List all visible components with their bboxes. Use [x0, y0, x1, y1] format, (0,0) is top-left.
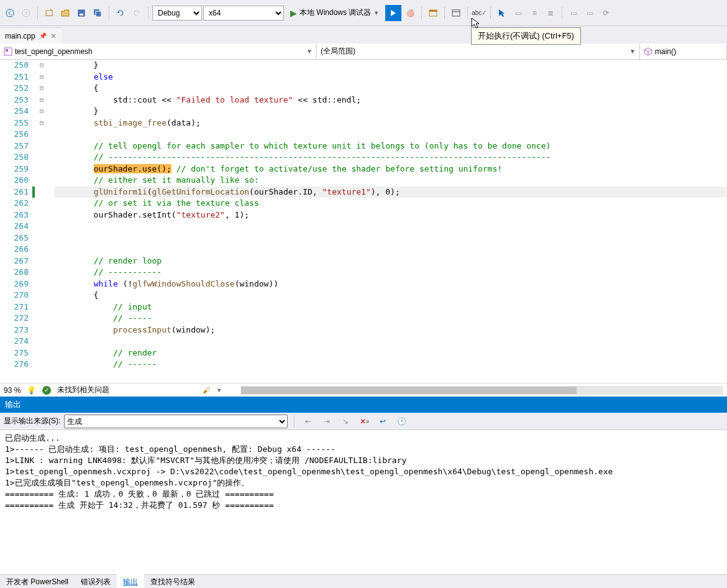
- config-select[interactable]: Debug: [152, 6, 202, 21]
- abc-icon[interactable]: abc✓: [472, 6, 487, 21]
- brush-icon[interactable]: 🖌: [203, 386, 210, 395]
- output-source-select[interactable]: 生成: [64, 415, 288, 428]
- tb-extra2-icon: ≡: [527, 6, 542, 21]
- bottom-tab-bar: 开发者 PowerShell 错误列表 输出 查找符号结果: [0, 574, 727, 588]
- status-ok-icon: ✓: [42, 386, 51, 395]
- open-file-icon[interactable]: [58, 6, 73, 21]
- tab-filename: main.cpp: [5, 32, 35, 40]
- svg-rect-6: [96, 11, 101, 17]
- output-text[interactable]: 已启动生成... 1>------ 已启动生成: 项目: test_opengl…: [0, 430, 727, 574]
- tb-end3-icon: ⟳: [598, 6, 613, 21]
- svg-rect-2: [46, 11, 52, 16]
- editor-status-bar: 93 % 💡 ✓ 未找到相关问题 🖌 ▼: [0, 383, 727, 397]
- lightbulb-icon[interactable]: 💡: [27, 386, 36, 395]
- nav-project[interactable]: test_opengl_openmesh ▼: [0, 44, 317, 59]
- tb-extra1-icon: ▭: [511, 6, 526, 21]
- horizontal-scrollbar[interactable]: [240, 386, 723, 395]
- apple-icon: 🍎: [403, 6, 418, 21]
- debugger-label: 本地 Windows 调试器: [299, 7, 371, 18]
- line-gutter: 2502512522532542552562572582592602612622…: [0, 60, 32, 383]
- svg-rect-4: [80, 14, 83, 16]
- window-icon[interactable]: [449, 6, 464, 21]
- wrap-icon[interactable]: ↩: [375, 414, 390, 429]
- tab-powershell[interactable]: 开发者 PowerShell: [0, 574, 75, 588]
- zoom-level[interactable]: 93 %: [4, 386, 21, 395]
- output-toolbar: 显示输出来源(S): 生成 ⇤ ⇥ ↘ ✕≡ ↩ 🕐: [0, 413, 727, 430]
- project-icon: [4, 47, 12, 56]
- nav-fwd-icon[interactable]: [19, 6, 34, 21]
- file-tab-bar: main.cpp 📌 ✕: [0, 26, 727, 44]
- pin-icon[interactable]: 📌: [39, 32, 47, 39]
- out-next-icon[interactable]: ⇥: [319, 414, 334, 429]
- play-icon: ▶: [290, 8, 297, 18]
- tb-end2-icon: ▭: [582, 6, 597, 21]
- new-project-icon[interactable]: [42, 6, 57, 21]
- redo-icon[interactable]: [129, 6, 144, 21]
- chevron-down-icon: ▼: [629, 48, 636, 55]
- output-panel-header[interactable]: 输出: [0, 397, 727, 413]
- file-tab-main[interactable]: main.cpp 📌 ✕: [0, 27, 62, 44]
- browser-icon[interactable]: [426, 6, 441, 21]
- issues-label[interactable]: 未找到相关问题: [57, 385, 109, 395]
- close-tab-icon[interactable]: ✕: [50, 32, 57, 40]
- cursor-icon[interactable]: [495, 6, 510, 21]
- tab-findresults[interactable]: 查找符号结果: [144, 574, 201, 588]
- save-all-icon[interactable]: [90, 6, 105, 21]
- clock-icon[interactable]: 🕐: [394, 414, 409, 429]
- run-nodebug-button[interactable]: [385, 5, 401, 21]
- undo-icon[interactable]: [113, 6, 128, 21]
- platform-select[interactable]: x64: [203, 6, 284, 21]
- svg-rect-9: [452, 10, 460, 16]
- svg-rect-8: [429, 10, 437, 12]
- chevron-down-icon: ▼: [306, 48, 313, 55]
- nav-back-icon[interactable]: [2, 6, 17, 21]
- tab-errorlist[interactable]: 错误列表: [75, 574, 117, 588]
- code-content[interactable]: } else { std::cout << "Failed to load te…: [47, 60, 727, 383]
- svg-rect-12: [6, 49, 8, 52]
- run-tooltip: 开始执行(不调试) (Ctrl+F5): [471, 27, 581, 45]
- tab-output[interactable]: 输出: [117, 574, 144, 588]
- code-editor[interactable]: 2502512522532542552562572582592602612622…: [0, 60, 727, 383]
- tb-end1-icon: ▭: [566, 6, 581, 21]
- start-debug-button[interactable]: ▶ 本地 Windows 调试器 ▼: [285, 6, 384, 21]
- nav-breadcrumb: test_opengl_openmesh ▼ (全局范围) ▼ main(): [0, 44, 727, 60]
- nav-function[interactable]: main(): [640, 44, 727, 59]
- fold-column[interactable]: ⊟⊟⊟⊟⊟⊟: [36, 60, 47, 383]
- svg-point-1: [22, 9, 30, 17]
- out-prev-icon[interactable]: ⇤: [301, 414, 316, 429]
- out-goto-icon[interactable]: ↘: [338, 414, 353, 429]
- save-icon[interactable]: [74, 6, 89, 21]
- clear-output-icon[interactable]: ✕≡: [357, 414, 372, 429]
- tb-extra3-icon: ≣: [543, 6, 558, 21]
- cube-icon: [644, 47, 652, 56]
- output-source-label: 显示输出来源(S):: [4, 416, 60, 426]
- svg-point-0: [6, 9, 14, 17]
- main-toolbar: Debug x64 ▶ 本地 Windows 调试器 ▼ 🍎 abc✓ ▭ ≡ …: [0, 0, 727, 26]
- nav-scope[interactable]: (全局范围) ▼: [317, 44, 640, 59]
